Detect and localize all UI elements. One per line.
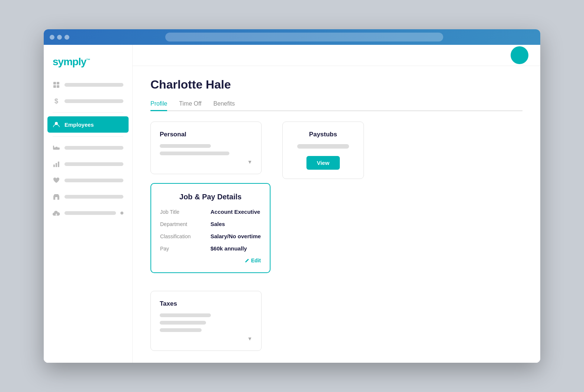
browser-dot-red [50,35,54,40]
svg-rect-6 [53,146,54,149]
tab-profile[interactable]: Profile [150,97,167,111]
nav-divider-1 [53,112,123,113]
paystubs-card: Paystubs View [282,122,364,179]
nav-divider-2 [53,136,123,137]
svg-rect-0 [53,82,56,84]
edit-icon [245,258,249,263]
svg-rect-10 [58,162,59,167]
dollar-icon: $ [53,97,60,105]
content-area: Charlotte Hale Profile Time Off Benefits… [133,66,540,363]
cloud-badge [120,212,123,215]
person-icon [53,121,60,128]
avatar[interactable] [511,46,528,64]
job-detail-row-title: Job Title Account Executive [160,209,261,215]
dashboard-icon [53,81,60,89]
chart-icon [53,160,60,168]
classification-value: Salary/No overtime [210,233,261,239]
sidebar-item-benefits[interactable] [44,172,132,189]
sidebar-item-payroll[interactable]: $ [44,93,132,109]
job-title-label: Job Title [160,209,205,215]
employee-name: Charlotte Hale [150,78,522,92]
job-detail-row-class: Classification Salary/No overtime [160,233,261,239]
logo-tm: ™ [86,58,90,62]
personal-placeholder-1 [160,144,211,148]
address-bar[interactable] [165,33,443,41]
personal-card: Personal ▼ [150,122,262,174]
svg-rect-12 [55,197,57,200]
view-paystubs-button[interactable]: View [306,156,340,170]
svg-rect-1 [57,82,59,84]
svg-rect-2 [53,85,56,88]
sidebar-item-marketplace[interactable] [44,189,132,205]
svg-rect-9 [56,163,57,167]
classification-label: Classification [160,233,205,239]
logo-text: symply [53,56,86,67]
tab-timeoff[interactable]: Time Off [179,97,201,111]
browser-dot-yellow [57,35,62,40]
edit-label: Edit [251,258,261,263]
cloud-icon [53,209,60,217]
personal-dropdown-arrow[interactable]: ▼ [160,159,252,165]
taxes-placeholder-3 [160,328,202,332]
job-pay-card-title: Job & Pay Details [160,193,261,201]
tab-benefits[interactable]: Benefits [213,97,235,111]
sidebar-item-employees-label: Employees [64,122,94,128]
sidebar-item-benefits-label [64,179,123,182]
paystubs-card-title: Paystubs [292,131,355,138]
sidebar-item-reports[interactable] [44,156,132,172]
svg-rect-7 [56,147,57,149]
left-column: Personal ▼ Job & Pay Details Job Title A… [150,122,271,351]
personal-placeholder-2 [160,152,229,155]
app-layout: symply™ $ [44,45,540,363]
browser-chrome [44,29,540,45]
sidebar-item-dashboard-label [64,83,123,87]
sidebar-item-cloud-label [64,211,116,215]
browser-dots [50,35,69,40]
paystubs-placeholder [297,144,349,149]
main-cards: Personal ▼ Job & Pay Details Job Title A… [150,122,522,351]
svg-rect-8 [53,165,55,167]
sidebar-item-dashboard[interactable] [44,77,132,93]
sidebar: symply™ $ [44,45,133,363]
sidebar-item-reports-label [64,162,123,166]
sidebar-item-employees[interactable]: Employees [47,116,129,133]
heart-icon [53,177,60,184]
sidebar-item-timeoff-label [64,146,123,150]
sidebar-item-payroll-label [64,99,123,103]
sidebar-item-cloud[interactable] [44,205,132,221]
logo: symply™ [44,52,132,77]
taxes-card-title: Taxes [160,300,252,308]
personal-card-title: Personal [160,131,252,138]
pay-value: $60k annually [210,245,247,252]
store-icon [53,193,60,200]
job-pay-card: Job & Pay Details Job Title Account Exec… [150,183,271,273]
job-detail-row-dept: Department Sales [160,221,261,227]
sidebar-item-marketplace-label [64,195,123,199]
svg-rect-3 [57,85,59,88]
main-content: Charlotte Hale Profile Time Off Benefits… [133,45,540,363]
taxes-placeholder-2 [160,321,206,325]
sidebar-item-timeoff[interactable] [44,140,132,156]
bed-icon [53,144,60,152]
pay-label: Pay [160,246,205,252]
browser-window: symply™ $ [44,29,540,363]
taxes-dropdown-arrow[interactable]: ▼ [160,336,252,342]
taxes-placeholder-1 [160,313,211,317]
job-detail-row-pay: Pay $60k annually [160,245,261,252]
department-label: Department [160,221,205,227]
job-title-value: Account Executive [210,209,260,215]
browser-dot-green [64,35,69,40]
tab-bar: Profile Time Off Benefits [150,97,522,111]
top-bar [133,45,540,66]
department-value: Sales [210,221,225,227]
edit-link[interactable]: Edit [160,258,261,263]
taxes-card: Taxes ▼ [150,291,262,351]
